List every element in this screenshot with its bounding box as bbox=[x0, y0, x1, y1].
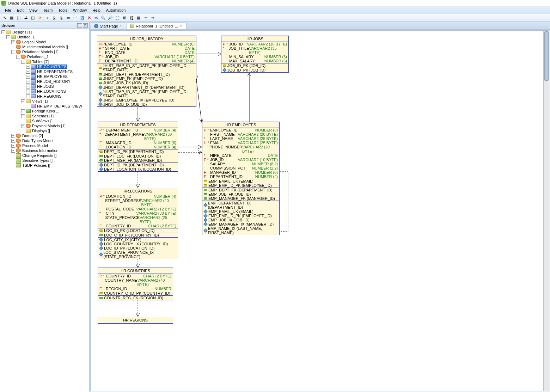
paste-button[interactable]: ⎗ bbox=[58, 15, 64, 21]
model-button[interactable]: ⬚ bbox=[16, 15, 22, 21]
vertical-scrollbar[interactable] bbox=[543, 31, 549, 391]
entity-locations[interactable]: HR.LOCATIONS P *LOCATION_IDNUMBER (4)STR… bbox=[98, 188, 178, 259]
tree-table-departments[interactable]: +HR.DEPARTMENTS bbox=[0, 69, 89, 74]
tree-fks[interactable]: +Foreign Keys ... bbox=[0, 109, 89, 114]
entity-departments[interactable]: HR.DEPARTMENTS P *DEPARTMENT_IDNUMBER (4… bbox=[98, 122, 178, 172]
back-nav-button[interactable]: ⬅ bbox=[142, 15, 149, 21]
column-row: FMANAGER_IDNUMBER (6) bbox=[98, 141, 178, 145]
entity-title: HR.JOBS bbox=[221, 36, 288, 42]
tree-designs[interactable]: −Designs [1] bbox=[0, 30, 89, 35]
scrollbar-thumb[interactable] bbox=[544, 31, 549, 81]
view-button[interactable]: ◫ bbox=[30, 15, 36, 21]
relation-button[interactable]: ⇄ bbox=[23, 15, 29, 21]
tree-senstypes[interactable]: Sensitive Types [] bbox=[0, 158, 89, 163]
tab-relational[interactable]: Relational_1 (Untitled_1) × bbox=[127, 22, 187, 29]
constraint-row: LOC_ID_PK (LOCATION_ID) bbox=[98, 246, 178, 250]
sidebar-maximize-button[interactable]: □ bbox=[83, 23, 88, 27]
constraint-row: JHIST_EMP_FK (EMPLOYEE_ID) bbox=[97, 76, 196, 81]
column-row: FIRST_NAMEVARCHAR2 (20 BYTE) bbox=[202, 132, 279, 136]
tree-table-regions[interactable]: +HR.REGIONS bbox=[0, 94, 89, 99]
column-row: *CITYVARCHAR2 (30 BYTE) bbox=[98, 211, 178, 215]
tree-views[interactable]: −Views [1] bbox=[0, 99, 89, 104]
tree-schemas[interactable]: +Schemas [1] bbox=[0, 114, 89, 118]
column-row: P *EMPLOYEE_IDNUMBER (6) bbox=[202, 128, 279, 132]
menu-file[interactable]: File bbox=[2, 7, 14, 13]
tree-subviews[interactable]: SubViews [] bbox=[0, 118, 89, 123]
sidebar: Browser _ □ −Designs [1] −Untitled_1 +Lo… bbox=[0, 22, 90, 392]
tree-domains[interactable]: +Domains [2] bbox=[0, 133, 89, 138]
tree-table-jobhistory[interactable]: +HR.JOB_HISTORY bbox=[0, 79, 89, 84]
tree-rel1[interactable]: −Relational_1 bbox=[0, 54, 89, 59]
layout-button[interactable]: ⊞ bbox=[121, 15, 128, 21]
tree-relmodels[interactable]: −Relational Models [1] bbox=[0, 49, 89, 54]
image-button[interactable]: 🖼 bbox=[79, 15, 85, 21]
link-button[interactable]: ⛓ bbox=[128, 15, 135, 21]
constraint-row: DEPT_LOC_FK (LOCATION_ID) bbox=[98, 154, 178, 158]
column-row: P *LOCATION_IDNUMBER (4) bbox=[98, 194, 178, 198]
tree-tsdp[interactable]: TSDP Policies [] bbox=[0, 163, 89, 168]
new-button[interactable]: ▭ bbox=[65, 15, 71, 21]
zoom-out-button[interactable]: 🔎 bbox=[107, 15, 114, 21]
entity-jobs[interactable]: HR.JOBS P *JOB_IDVARCHAR2 (10 BYTE) *JOB… bbox=[221, 36, 289, 73]
tree-table-employees[interactable]: +HR.EMPLOYEES bbox=[0, 74, 89, 79]
zoom-in-button[interactable]: 🔍 bbox=[100, 15, 106, 21]
menubar: File Edit View Team Tools Window Help Au… bbox=[0, 6, 550, 14]
constraint-row: JHIST_EMP_ID_ST_DATE_PK (EMPLOYEE_ID, ST… bbox=[97, 63, 196, 72]
tree-bizinfo[interactable]: +Business Information bbox=[0, 148, 89, 153]
sidebar-minimize-button[interactable]: _ bbox=[77, 23, 82, 27]
constraint-row: DEPT_ID_PK (DEPARTMENT_ID) bbox=[98, 149, 178, 154]
constraint-row: LOC_ID_PK (LOCATION_ID) bbox=[98, 228, 178, 233]
fit-button[interactable]: ⛶ bbox=[114, 15, 121, 21]
column-row: P *START_DATEDATE bbox=[97, 46, 196, 50]
editor-tabs: Start Page × Relational_1 (Untitled_1) × bbox=[90, 22, 550, 30]
tree-table-countries[interactable]: +HR.COUNTRIES bbox=[0, 64, 89, 69]
table-button[interactable]: ▦ bbox=[8, 15, 15, 21]
tree-untitled[interactable]: −Untitled_1 bbox=[0, 35, 89, 39]
zoom-reset-button[interactable]: ≪ bbox=[93, 15, 99, 21]
column-row: STATE_PROVINCEVARCHAR2 (25 BYTE) bbox=[98, 215, 178, 224]
menu-team[interactable]: Team bbox=[40, 7, 55, 13]
grid-button[interactable]: ▦ bbox=[135, 15, 142, 21]
menu-help[interactable]: Help bbox=[90, 7, 103, 13]
forward-nav-button[interactable]: ➡ bbox=[149, 15, 156, 21]
entity-title: HR.DEPARTMENTS bbox=[98, 122, 178, 128]
constraint-row: COUNTRY_C_ID_PK (COUNTRY_ID) bbox=[98, 291, 173, 295]
app-icon bbox=[1, 1, 6, 6]
tree-tables[interactable]: −Tables [7] bbox=[0, 59, 89, 64]
constraint-row: EMP_EMP_ID_PK (EMPLOYEE_ID) bbox=[202, 214, 279, 218]
entity-regions[interactable]: HR.REGIONS bbox=[98, 317, 173, 324]
browser-tree[interactable]: −Designs [1] −Untitled_1 +Logical Model … bbox=[0, 29, 89, 392]
constraint-row: EMP_EMAIL_UK (EMAIL) bbox=[202, 179, 279, 183]
tree-multi[interactable]: Multidimensional Models [] bbox=[0, 44, 89, 49]
tree-logical[interactable]: +Logical Model bbox=[0, 39, 89, 44]
pointer-button[interactable]: ↖ bbox=[1, 15, 8, 21]
close-icon[interactable]: × bbox=[180, 24, 183, 28]
tree-dtypes[interactable]: +Data Types Model bbox=[0, 138, 89, 143]
tab-start-page[interactable]: Start Page × bbox=[91, 22, 126, 29]
menu-view[interactable]: View bbox=[26, 7, 41, 13]
copy-button[interactable]: ⎘ bbox=[51, 15, 57, 21]
entity-job-history[interactable]: HR.JOB_HISTORY PF*EMPLOYEE_IDNUMBER (6)P… bbox=[97, 36, 196, 107]
entity-countries[interactable]: HR.COUNTRIES P *COUNTRY_IDCHAR (2 BYTE)C… bbox=[98, 268, 173, 300]
tree-displays[interactable]: Displays [] bbox=[0, 128, 89, 133]
menu-edit[interactable]: Edit bbox=[14, 7, 26, 13]
tree-physmodels[interactable]: +Physical Models [1] bbox=[0, 123, 89, 128]
tree-view-empdetails[interactable]: HR.EMP_DETAILS_VIEW bbox=[0, 104, 89, 109]
close-icon[interactable]: × bbox=[120, 24, 123, 28]
column-row: COMMISSION_PCTNUMBER (2,2) bbox=[202, 166, 279, 170]
menu-window[interactable]: Window bbox=[70, 7, 90, 13]
entity-columns: PF*EMPLOYEE_IDNUMBER (6)P *START_DATEDAT… bbox=[97, 42, 196, 63]
menu-tools[interactable]: Tools bbox=[55, 7, 70, 13]
tree-procmodel[interactable]: +Process Model bbox=[0, 143, 89, 148]
forward-button[interactable]: ➜ bbox=[44, 15, 50, 21]
diagram-canvas[interactable]: HR.JOB_HISTORY PF*EMPLOYEE_IDNUMBER (6)P… bbox=[90, 30, 549, 391]
tree-table-jobs[interactable]: +HR.JOBS bbox=[0, 84, 89, 89]
model-icon bbox=[130, 24, 134, 28]
tree-changereqs[interactable]: Change Requests [] bbox=[0, 153, 89, 158]
entity-employees[interactable]: HR.EMPLOYEES P *EMPLOYEE_IDNUMBER (6)FIR… bbox=[202, 122, 280, 235]
menu-automation[interactable]: Automation bbox=[103, 7, 129, 13]
refresh-button[interactable]: ⟳ bbox=[37, 15, 43, 21]
file-button[interactable]: 📄 bbox=[72, 15, 78, 21]
delete-button[interactable]: ✖ bbox=[86, 15, 92, 21]
tree-table-locations[interactable]: +HR.LOCATIONS bbox=[0, 89, 89, 94]
